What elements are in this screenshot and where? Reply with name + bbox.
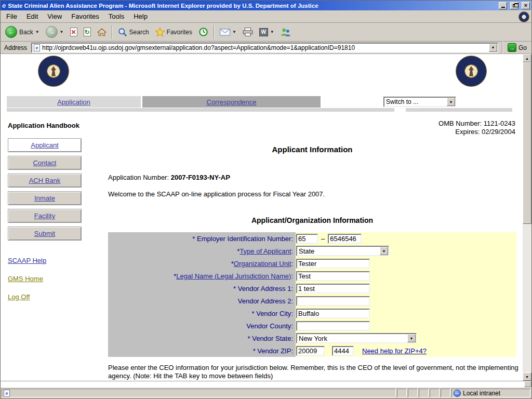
- sidebar-link-scaap-help[interactable]: SCAAP Help: [8, 257, 46, 264]
- status-zone-panel: Local intranet: [451, 389, 530, 397]
- welcome-text: Welcome to the SCAAP on-line application…: [108, 190, 325, 198]
- close-button[interactable]: ×: [522, 2, 530, 9]
- back-button[interactable]: ← Back ▼: [3, 25, 42, 39]
- messenger-button[interactable]: [278, 26, 294, 38]
- refresh-button[interactable]: ↻: [81, 26, 94, 37]
- switch-to-dropdown-icon[interactable]: ▼: [447, 98, 455, 106]
- vendor-address-1-label: Vendor Address 1: [238, 285, 291, 292]
- toolbar-separator: [502, 41, 503, 55]
- messenger-icon: [281, 28, 291, 37]
- stop-button[interactable]: ✕: [68, 26, 80, 37]
- form-row-vendor-city: * Vendor City:: [108, 307, 516, 320]
- restore-button[interactable]: [510, 2, 518, 9]
- scroll-up-button[interactable]: ▲: [523, 54, 531, 62]
- forward-button[interactable]: → ▼: [43, 25, 66, 39]
- chevron-down-icon[interactable]: ▼: [407, 334, 416, 342]
- sidebar-item-ach-bank[interactable]: ACH Bank: [8, 174, 82, 188]
- menu-tools[interactable]: Tools: [104, 11, 129, 22]
- zip-help-link[interactable]: Need help for ZIP+4?: [362, 347, 427, 355]
- sidebar-item-contact[interactable]: Contact: [8, 156, 82, 170]
- edit-with-word-button[interactable]: W ▼: [257, 27, 277, 37]
- sidebar-item-applicant[interactable]: Applicant: [8, 138, 82, 152]
- employer-identification-number-input-1[interactable]: [296, 234, 318, 244]
- sidebar-item-label: ACH Bank: [29, 177, 61, 184]
- label-colon: :: [291, 285, 293, 292]
- search-button[interactable]: Search: [115, 26, 152, 38]
- sidebar-item-label: Submit: [34, 230, 55, 237]
- search-icon: [118, 28, 127, 37]
- field-value-cell: New York▼: [296, 332, 516, 344]
- field-value-cell: [296, 270, 516, 282]
- tab-correspondence-label: Correspondence: [206, 98, 256, 106]
- mail-button[interactable]: ▼: [217, 28, 239, 37]
- field-label: * Employer Identification Number:: [108, 232, 296, 245]
- go-button[interactable]: → Go: [507, 43, 530, 52]
- ie-icon: e: [2, 2, 6, 9]
- tab-application[interactable]: Application: [7, 96, 141, 108]
- employer-identification-number-input-2[interactable]: [328, 234, 362, 244]
- label-colon: :: [291, 272, 293, 280]
- menu-file[interactable]: File: [2, 11, 22, 22]
- menu-favorites[interactable]: Favorites: [66, 11, 103, 22]
- field-label: * Vendor City:: [108, 307, 296, 320]
- sidebar-link-log-off[interactable]: Log Off: [8, 293, 30, 301]
- vendor-county-input[interactable]: [296, 321, 370, 331]
- scroll-track[interactable]: [523, 224, 531, 373]
- organizational-unit-input[interactable]: [296, 259, 370, 269]
- minimize-button[interactable]: [499, 2, 507, 9]
- label-colon: :: [291, 260, 293, 268]
- form-row-vendor-state: * Vendor State:New York▼: [108, 332, 516, 344]
- restore-icon: [513, 4, 516, 7]
- label-colon: :: [291, 322, 293, 330]
- horizontal-scrollbar[interactable]: [1, 381, 531, 387]
- menu-edit[interactable]: Edit: [22, 11, 43, 22]
- sidebar-item-label: Facility: [34, 212, 55, 220]
- address-url[interactable]: http://ojprdcweb41u.ojp.usdoj.gov/gmsext…: [42, 44, 487, 51]
- field-label: *Type of Applicant:: [108, 245, 296, 257]
- sidebar-item-submit[interactable]: Submit: [8, 227, 82, 241]
- mail-icon: [220, 29, 230, 36]
- doj-emblem-icon: [518, 11, 529, 22]
- vendor-address-2-input[interactable]: [296, 296, 370, 306]
- tab-correspondence[interactable]: Correspondence: [142, 96, 321, 108]
- scroll-down-button[interactable]: ▼: [523, 373, 531, 381]
- history-button[interactable]: [196, 26, 211, 38]
- vendor-zip4-input[interactable]: [332, 346, 354, 356]
- forward-dropdown-icon[interactable]: ▼: [60, 30, 64, 34]
- home-button[interactable]: [95, 27, 109, 37]
- sidebar-item-inmate[interactable]: Inmate: [8, 191, 82, 205]
- scroll-thumb[interactable]: [523, 62, 531, 224]
- legal-name-legal-jurisdiction-name-input[interactable]: [296, 271, 370, 281]
- field-label: Vendor Address 2:: [108, 295, 296, 307]
- vertical-scrollbar[interactable]: ▲ ▼: [523, 54, 531, 381]
- address-dropdown-button[interactable]: ▼: [489, 44, 497, 52]
- status-main-panel: e: [2, 389, 396, 397]
- vendor-address-1-input[interactable]: [296, 284, 370, 294]
- toolbar-separator: [214, 25, 215, 39]
- field-label: * Vendor Address 1:: [108, 282, 296, 295]
- legal-name-legal-jurisdiction-name-link[interactable]: Legal Name (Legal Jurisdiction Name): [176, 272, 291, 280]
- omb-expires: Expires: 02/29/2004: [438, 128, 515, 136]
- field-value-cell: [296, 257, 516, 270]
- vendor-zip-input[interactable]: [296, 346, 325, 356]
- mail-dropdown-icon[interactable]: ▼: [232, 30, 236, 34]
- sidebar-link-gms-home[interactable]: GMS Home: [8, 275, 43, 283]
- field-value-cell: [296, 282, 516, 295]
- type-of-applicant-select[interactable]: State▼: [296, 246, 389, 256]
- favorites-button[interactable]: Favorites: [153, 26, 195, 37]
- status-panel: [430, 389, 440, 397]
- menu-view[interactable]: View: [43, 11, 66, 22]
- vendor-city-input[interactable]: [296, 309, 370, 318]
- vendor-state-select[interactable]: New York▼: [296, 333, 417, 343]
- print-button[interactable]: [240, 26, 256, 37]
- word-dropdown-icon[interactable]: ▼: [270, 30, 274, 34]
- organizational-unit-link[interactable]: Organizational Unit: [234, 260, 291, 268]
- switch-to-select[interactable]: Switch to ... ▼: [383, 97, 456, 107]
- sidebar-item-facility[interactable]: Facility: [8, 209, 82, 223]
- menu-help[interactable]: Help: [129, 11, 152, 22]
- refresh-icon: ↻: [84, 28, 91, 36]
- chevron-down-icon[interactable]: ▼: [380, 247, 388, 255]
- back-dropdown-icon[interactable]: ▼: [35, 30, 39, 34]
- address-field[interactable]: e http://ojprdcweb41u.ojp.usdoj.gov/gmse…: [31, 43, 498, 53]
- type-of-applicant-link[interactable]: Type of Applicant: [240, 247, 291, 255]
